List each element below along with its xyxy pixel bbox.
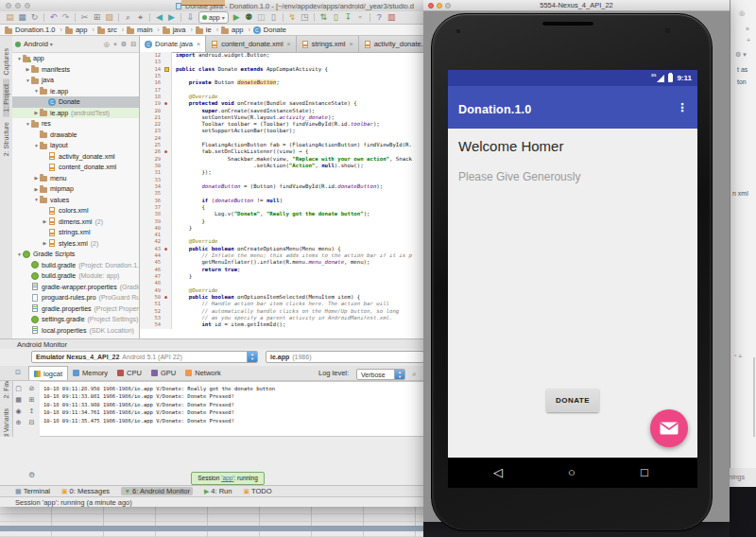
log-level-select[interactable]: Verbose ▲▼ (356, 369, 405, 380)
tree-arrow-icon[interactable]: ▼ (33, 88, 40, 94)
tree-item[interactable]: ▶ie.app(androidTest) (12, 108, 139, 119)
tree-item[interactable]: settings.gradle(Project Settings) (12, 314, 139, 325)
find-icon[interactable]: ⌕ (122, 11, 134, 24)
screenshot-icon[interactable]: ◳ (299, 11, 311, 24)
help-icon[interactable]: ? (373, 11, 386, 24)
code-editor[interactable]: 12import android.widget.Button;1314publi… (140, 52, 427, 338)
avd-manager-icon[interactable]: ▯ (330, 11, 342, 24)
run-coverage-icon[interactable]: ◫ (255, 11, 267, 24)
tree-item[interactable]: ▶mipmap (12, 183, 139, 195)
tree-arrow-icon[interactable]: ▶ (42, 240, 48, 246)
sync-icon[interactable]: ↻ (28, 11, 41, 24)
donate-button[interactable]: DONATE (546, 389, 599, 412)
tree-item[interactable]: activity_donate.xml (12, 151, 139, 163)
tree-item[interactable]: drawable (12, 130, 139, 141)
breadcrumb-item[interactable]: main (127, 26, 152, 34)
project-structure-icon[interactable]: ▫ (354, 11, 367, 24)
collapse-all-icon[interactable]: ◎ (104, 41, 110, 48)
tree-item[interactable]: build.gradle(Module: app) (12, 270, 139, 282)
monitor-tab-gpu[interactable]: GPU (146, 367, 180, 380)
tree-arrow-icon[interactable]: ▼ (33, 197, 40, 202)
breadcrumb-item[interactable]: Donate (253, 26, 286, 34)
close-tab-icon[interactable]: × (197, 41, 200, 47)
tree-item[interactable]: Donate (12, 96, 139, 108)
monitor-tab-network[interactable]: Network (180, 367, 226, 380)
run-configuration-select[interactable]: app▾ (198, 11, 229, 24)
open-icon[interactable]: ▤ (4, 11, 16, 24)
zoom-window-button[interactable] (25, 3, 30, 9)
breadcrumb-item[interactable]: java (163, 26, 186, 34)
gear-icon[interactable]: ⚙ (28, 471, 35, 479)
home-nav-icon[interactable]: ○ (562, 464, 581, 481)
tree-item[interactable]: ▼layout (12, 140, 139, 151)
tree-item[interactable]: ▼java (12, 75, 139, 86)
make-project-icon[interactable]: ⇩ (184, 11, 197, 24)
tree-item[interactable]: colors.xml (12, 205, 139, 217)
chevron-down-icon[interactable]: ▾ (50, 41, 53, 47)
android-monitor-icon[interactable]: ▥ (386, 11, 398, 24)
inspect-icon[interactable]: ↯ (286, 11, 299, 24)
save-icon[interactable]: ▦ (16, 11, 28, 24)
replace-icon[interactable]: ⌖ (134, 11, 146, 24)
tree-item[interactable]: ▼res (12, 118, 139, 130)
toolwindow-tab-4-run[interactable]: ▶4: Run (204, 487, 232, 495)
breadcrumb-item[interactable]: app (221, 26, 244, 34)
paste-icon[interactable]: ▨ (103, 11, 115, 24)
editor-tab[interactable]: Donate.java× (140, 36, 206, 52)
toolwindow-tab-0-messages[interactable]: ▣0: Messages (61, 487, 110, 495)
locate-icon[interactable]: ⌖ (113, 41, 117, 48)
stepper-icon[interactable]: ▲▼ (247, 352, 257, 362)
tool-window-button[interactable]: Captures (3, 43, 9, 79)
tree-item[interactable]: proguard-rules.pro(ProGuard Rules (12, 292, 139, 303)
tree-item[interactable]: ▼values (12, 195, 139, 206)
close-window-button[interactable] (6, 3, 11, 9)
monitor-tool-icon[interactable]: ⊞ (29, 394, 35, 406)
tree-arrow-icon[interactable]: ▼ (25, 78, 31, 83)
toolwindow-tab-todo[interactable]: ▣TODO (243, 487, 271, 495)
sync-gradle-icon[interactable]: ⇅ (318, 11, 330, 24)
tree-item[interactable]: ▶manifests (12, 64, 139, 76)
debug-icon[interactable]: ⚉ (243, 11, 255, 24)
breadcrumb-item[interactable]: app (65, 26, 88, 34)
monitor-tool-icon[interactable]: ⊟ (29, 417, 35, 428)
process-select[interactable]: ie.app (1986) (266, 351, 424, 363)
tool-window-button[interactable]: 2: Structure (3, 117, 9, 161)
run-icon[interactable]: ▶ (231, 11, 243, 24)
tree-item[interactable]: gradle.properties(Project Propertie (12, 303, 139, 315)
tree-arrow-icon[interactable]: ▶ (33, 175, 40, 181)
back-nav-icon[interactable]: ◁ (489, 464, 507, 481)
tree-item[interactable]: ▶styles.xml(2) (12, 238, 139, 250)
monitor-tab-cpu[interactable]: CPU (112, 367, 146, 380)
monitor-tab-logcat[interactable]: logcat (28, 366, 68, 380)
undo-icon[interactable]: ↶ (47, 11, 60, 24)
back-icon[interactable]: ◀ (153, 11, 165, 24)
settings-gear-icon[interactable]: ⚙ (121, 41, 127, 48)
tree-arrow-icon[interactable]: ▶ (33, 110, 40, 115)
forward-icon[interactable]: ▶ (165, 11, 178, 24)
tree-arrow-icon[interactable]: ▼ (16, 56, 23, 61)
monitor-settings-icon[interactable]: ⊡ (15, 369, 21, 376)
tree-item[interactable]: local.properties(SDK Location) (12, 325, 139, 337)
close-tab-icon[interactable]: × (287, 41, 291, 47)
copy-icon[interactable]: ⊞ (91, 11, 103, 24)
breadcrumb-item[interactable]: src (97, 26, 117, 34)
monitor-tool-icon[interactable]: ▦ (15, 394, 22, 406)
search-icon[interactable]: ⌕ (412, 370, 416, 379)
tree-item[interactable]: ▼ie.app (12, 86, 139, 97)
redo-icon[interactable]: ↷ (60, 11, 72, 24)
monitor-tab-memory[interactable]: Memory (68, 367, 112, 380)
logcat-output[interactable]: 10-18 09:11:28.950 1986-1986/ie.app V/Do… (40, 381, 427, 437)
sdk-manager-icon[interactable]: ↧ (342, 11, 354, 24)
editor-tab[interactable]: strings.xml× (297, 36, 359, 52)
toolwindow-tab-6-android-monitor[interactable]: ▼6: Android Monitor (121, 487, 193, 495)
monitor-tool-icon[interactable]: ⊘ (29, 383, 35, 394)
email-fab-button[interactable] (650, 409, 688, 447)
tree-item[interactable]: ▶dimens.xml(2) (12, 217, 139, 228)
tree-item[interactable]: ▼app (12, 53, 139, 64)
tree-arrow-icon[interactable]: ▶ (25, 66, 31, 72)
breadcrumb-item[interactable]: Donation.1.0 (5, 26, 56, 34)
tree-item[interactable]: gradle-wrapper.properties(Gradle (12, 282, 139, 293)
project-view-selector[interactable]: Android (24, 40, 48, 48)
minimize-window-button[interactable] (15, 3, 21, 9)
tree-item[interactable]: build.gradle(Project: Donation.1.0) (12, 260, 139, 271)
